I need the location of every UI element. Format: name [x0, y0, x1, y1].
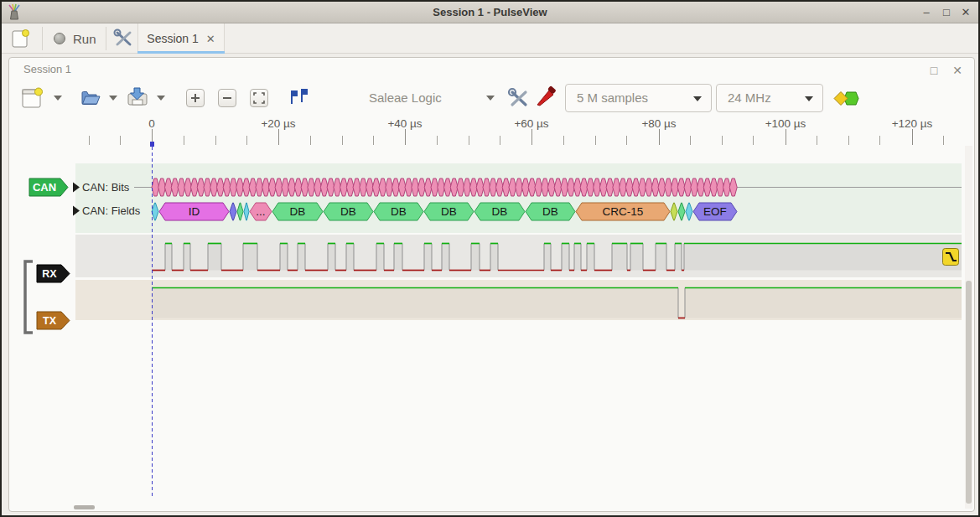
ruler-tick-label: +100 µs: [765, 117, 806, 130]
ruler-minor-tick: [215, 136, 216, 145]
ruler-tick-label: +80 µs: [641, 117, 676, 130]
ruler-minor-tick: [500, 136, 500, 145]
ruler-major-tick: [659, 129, 660, 145]
decoder-row-label-fields[interactable]: CAN: Fields: [82, 204, 140, 217]
ruler-major-tick: [152, 129, 153, 145]
timeline-ruler[interactable]: 0+20 µs+40 µs+60 µs+80 µs+100 µs+120 µs: [2, 2, 980, 146]
ruler-major-tick: [786, 129, 786, 145]
ruler-tick-label: +60 µs: [514, 117, 548, 130]
ruler-minor-tick: [89, 136, 90, 145]
rx-row-background: [75, 235, 962, 277]
ruler-minor-tick: [310, 136, 311, 145]
ruler-minor-tick: [563, 136, 564, 145]
ruler-minor-tick: [373, 136, 374, 145]
ruler-minor-tick: [437, 136, 438, 145]
ruler-minor-tick: [848, 136, 849, 145]
pulseview-window: Session 1 - PulseView – □ ✕ Run Session …: [0, 0, 980, 517]
ruler-minor-tick: [469, 136, 469, 145]
ruler-minor-tick: [722, 136, 723, 145]
ruler-tick-label: 0: [148, 117, 155, 130]
ruler-minor-tick: [184, 136, 184, 145]
tx-row-background: [75, 280, 962, 320]
decoder-row-background: [75, 163, 962, 233]
decoder-row-label-bits[interactable]: CAN: Bits: [82, 181, 129, 194]
trigger-marker-falling-edge-icon[interactable]: [942, 248, 959, 266]
vertical-scrollbar-handle[interactable]: [966, 281, 972, 504]
ruler-minor-tick: [690, 136, 691, 145]
ruler-minor-tick: [626, 136, 627, 145]
ruler-tick-label: +40 µs: [387, 117, 422, 130]
horizontal-scrollbar-handle[interactable]: [74, 505, 95, 509]
ruler-tick-label: +120 µs: [892, 117, 933, 130]
ruler-minor-tick: [753, 136, 754, 145]
ruler-major-tick: [531, 129, 532, 145]
ruler-minor-tick: [943, 136, 944, 145]
ruler-minor-tick: [879, 136, 880, 145]
ruler-tick-label: +20 µs: [261, 117, 295, 130]
ruler-minor-tick: [246, 136, 247, 145]
ruler-minor-tick: [120, 136, 121, 145]
ruler-major-tick: [912, 129, 913, 145]
ruler-major-tick: [405, 129, 406, 145]
ruler-minor-tick: [595, 136, 596, 145]
ruler-minor-tick: [342, 136, 343, 145]
ruler-major-tick: [278, 129, 279, 145]
ruler-minor-tick: [817, 136, 817, 145]
